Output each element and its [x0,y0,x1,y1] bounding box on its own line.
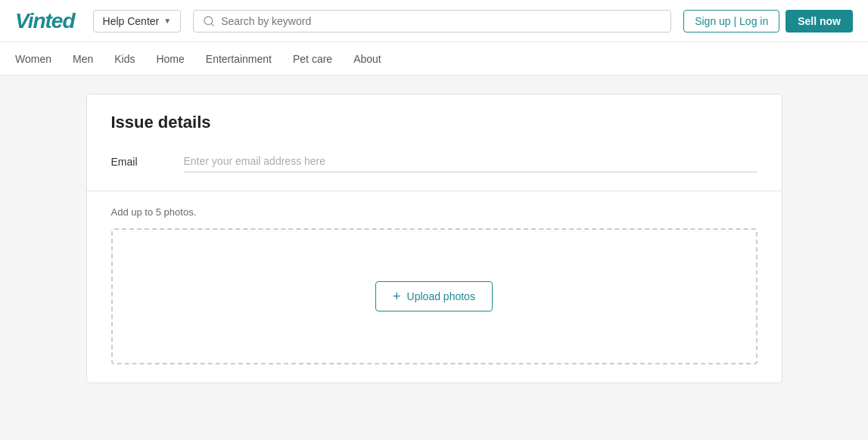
upload-zone[interactable]: + Upload photos [111,228,758,364]
nav-item-about[interactable]: About [353,44,381,74]
nav-item-pet-care[interactable]: Pet care [293,44,332,74]
sign-up-login-button[interactable]: Sign up | Log in [683,10,779,33]
search-bar [193,10,671,33]
nav-item-men[interactable]: Men [73,44,93,74]
logo: Vinted [15,9,75,33]
email-input[interactable] [184,150,758,172]
svg-line-1 [211,23,213,26]
nav-item-entertainment[interactable]: Entertainment [206,44,272,74]
main-content: Issue details Email Add up to 5 photos. … [71,94,798,383]
nav: Women Men Kids Home Entertainment Pet ca… [0,42,868,76]
upload-photos-label: Upload photos [407,290,475,302]
photo-hint: Add up to 5 photos. [111,206,758,218]
search-input[interactable] [221,15,661,27]
upload-photos-button[interactable]: + Upload photos [375,281,493,311]
issue-details-card: Issue details Email Add up to 5 photos. … [86,94,782,383]
header: Vinted Help Center ▼ Sign up | Log in Se… [0,0,868,42]
help-center-label: Help Center [103,15,160,27]
sell-now-button[interactable]: Sell now [786,10,853,33]
header-actions: Sign up | Log in Sell now [683,10,853,33]
email-form-row: Email [111,150,758,172]
email-label: Email [111,156,172,168]
issue-details-section: Issue details Email [87,95,782,191]
help-center-button[interactable]: Help Center ▼ [93,10,182,33]
nav-item-home[interactable]: Home [156,44,184,74]
chevron-down-icon: ▼ [163,17,171,25]
photo-upload-section: Add up to 5 photos. + Upload photos [87,191,782,383]
issue-details-title: Issue details [111,113,758,132]
search-icon [203,15,215,27]
nav-item-women[interactable]: Women [15,44,51,74]
plus-icon: + [393,290,401,303]
nav-item-kids[interactable]: Kids [114,44,135,74]
